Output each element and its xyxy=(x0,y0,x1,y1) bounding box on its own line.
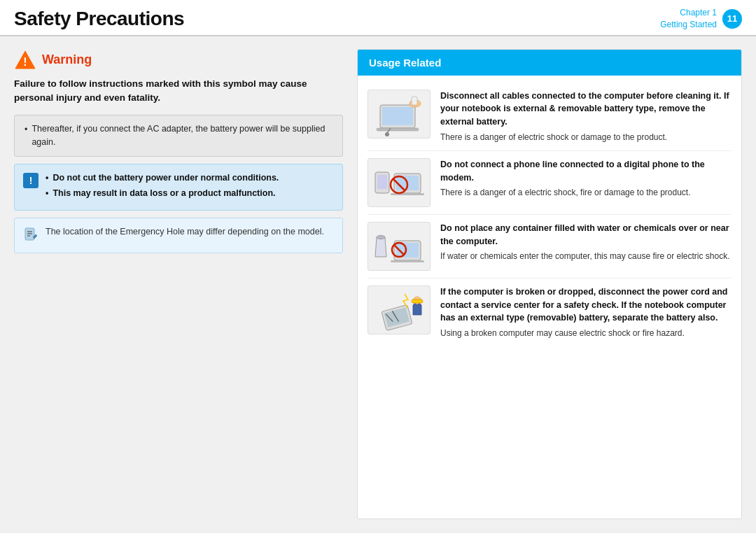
usage-bold-2: Do not connect a phone line connected to… xyxy=(440,158,732,185)
usage-item-3: Do not place any container filled with w… xyxy=(368,215,732,278)
usage-text-2: Do not connect a phone line connected to… xyxy=(440,158,732,207)
bullet-box-light: • Thereafter, if you connect the AC adap… xyxy=(14,115,343,157)
bullet-text-1: Thereafter, if you connect the AC adapte… xyxy=(31,122,332,149)
svg-rect-12 xyxy=(412,97,417,105)
svg-point-23 xyxy=(377,236,385,239)
usage-image-3 xyxy=(368,222,430,271)
page-header: Safety Precautions Chapter 1 Getting Sta… xyxy=(0,0,756,36)
caution-icon: ! xyxy=(23,173,38,188)
caution-content: • Do not cut the battery power under nor… xyxy=(46,171,334,204)
usage-related-header: Usage Related xyxy=(358,50,741,76)
caution-bullet-1: • Do not cut the battery power under nor… xyxy=(46,171,334,185)
left-panel: ! Warning Failure to follow instructions… xyxy=(14,49,357,519)
bullet-item-1: • Thereafter, if you connect the AC adap… xyxy=(24,122,332,149)
usage-image-4 xyxy=(368,285,430,334)
svg-text:!: ! xyxy=(23,56,27,68)
caution-dot-2: • xyxy=(46,187,48,200)
chapter-info-area: Chapter 1 Getting Started 11 xyxy=(660,7,742,31)
note-text: The location of the Emergency Hole may d… xyxy=(46,225,324,239)
warning-icon: ! xyxy=(14,49,36,71)
svg-rect-15 xyxy=(391,193,424,195)
caution-text-1: Do not cut the battery power under norma… xyxy=(52,171,279,185)
bullet-dot-1: • xyxy=(24,123,27,149)
warning-header: ! Warning xyxy=(14,49,343,71)
main-content: ! Warning Failure to follow instructions… xyxy=(0,36,756,533)
warning-label: Warning xyxy=(42,52,92,67)
note-icon xyxy=(23,227,38,246)
usage-normal-2: There is a danger of a electric shock, f… xyxy=(440,186,732,199)
caution-box: ! • Do not cut the battery power under n… xyxy=(14,164,343,211)
usage-image-1 xyxy=(368,90,430,139)
page-title: Safety Precautions xyxy=(14,8,184,30)
usage-item-1: Disconnect all cables connected to the c… xyxy=(368,83,732,151)
warning-description: Failure to follow instructions marked wi… xyxy=(14,77,343,106)
usage-bold-1: Disconnect all cables connected to the c… xyxy=(440,90,732,129)
usage-text-1: Disconnect all cables connected to the c… xyxy=(440,90,732,143)
svg-rect-17 xyxy=(377,175,387,189)
note-box: The location of the Emergency Hole may d… xyxy=(14,218,343,253)
usage-bold-3: Do not place any container filled with w… xyxy=(440,222,732,248)
usage-normal-1: There is a danger of electric shock or d… xyxy=(440,131,732,143)
usage-text-3: Do not place any container filled with w… xyxy=(440,222,732,271)
chapter-line2: Getting Started xyxy=(660,19,717,31)
usage-items: Disconnect all cables connected to the c… xyxy=(358,76,741,354)
usage-normal-4: Using a broken computer may cause electr… xyxy=(440,327,732,339)
usage-text-4: If the computer is broken or dropped, di… xyxy=(440,285,732,339)
usage-bold-4: If the computer is broken or dropped, di… xyxy=(440,285,732,325)
svg-rect-31 xyxy=(412,299,423,303)
svg-rect-8 xyxy=(377,128,419,131)
svg-rect-7 xyxy=(382,107,413,125)
caution-text-2: This may result in data loss or a produc… xyxy=(52,187,275,200)
chapter-badge: 11 xyxy=(722,9,742,29)
caution-bullet-2: • This may result in data loss or a prod… xyxy=(46,187,334,200)
chapter-line1: Chapter 1 xyxy=(660,7,717,19)
svg-rect-22 xyxy=(391,260,424,262)
chapter-info: Chapter 1 Getting Started xyxy=(660,7,717,31)
svg-point-10 xyxy=(385,132,389,136)
usage-item-2: Do not connect a phone line connected to… xyxy=(368,151,732,215)
caution-dot-1: • xyxy=(46,171,48,185)
usage-normal-3: If water or chemicals enter the computer… xyxy=(440,250,732,262)
usage-item-4: If the computer is broken or dropped, di… xyxy=(368,278,732,346)
usage-image-2 xyxy=(368,158,430,207)
right-panel: Usage Related xyxy=(357,49,742,519)
